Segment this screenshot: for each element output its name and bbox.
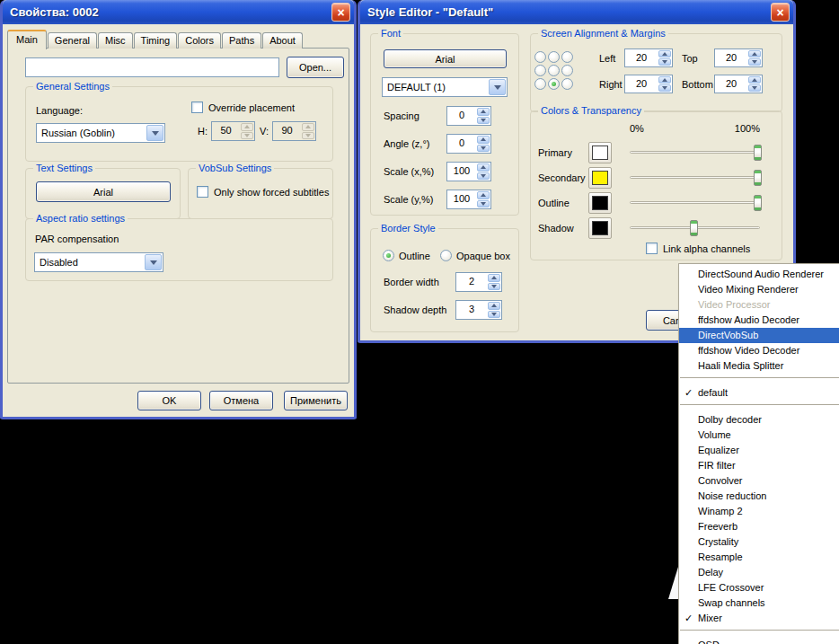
outline-radio[interactable] [383,250,394,261]
slider-thumb[interactable] [754,170,762,186]
cancel-button[interactable]: Отмена [209,391,273,410]
border-setting-spinner[interactable]: 2 [455,272,502,292]
menu-item[interactable]: ✓ Crystality [679,534,839,550]
font-setting-spinner[interactable]: 0 [446,134,491,154]
alignment-radio[interactable] [561,78,573,90]
spinner-up-button[interactable] [488,274,500,282]
margin-spinner[interactable]: 20 [714,75,763,93]
menu-item[interactable]: ✓ Noise reduction [679,489,839,504]
menu-item[interactable]: ✓ Resample [679,550,839,565]
alpha-slider[interactable] [630,165,760,190]
opaque-box-radio[interactable] [440,250,452,261]
tab[interactable]: Timing [134,32,178,49]
combobox-dropdown-button[interactable] [145,254,162,270]
alpha-slider[interactable] [630,140,760,165]
spinner-down-button[interactable] [748,58,761,66]
language-combobox[interactable]: Russian (Goblin) [36,123,165,143]
color-swatch-button[interactable] [588,217,612,239]
forced-subtitles-checkbox[interactable] [197,186,208,198]
spinner-up-button[interactable] [658,76,671,84]
margin-spinner[interactable]: 20 [624,49,673,67]
open-button[interactable]: Open... [287,57,344,78]
slider-thumb[interactable] [754,195,762,211]
font-setting-spinner[interactable]: 100 [446,190,491,209]
spinner-down-button[interactable] [477,145,490,153]
spinner-up-button[interactable] [748,76,761,84]
menu-item[interactable]: ✓ Dolby decoder [679,412,839,428]
border-setting-spinner[interactable]: 3 [455,300,502,320]
spinner-down-button[interactable] [477,200,490,208]
alignment-radio[interactable] [548,51,560,63]
menu-item[interactable]: ✓ ffdshow Video Decoder [679,343,839,358]
spinner-up-button[interactable] [658,50,671,57]
menu-item[interactable]: ✓ Freeverb [679,519,839,534]
spinner-up-button[interactable] [488,302,500,310]
ok-button[interactable]: OK [137,391,201,410]
par-compensation-combobox[interactable]: Disabled [34,252,163,272]
alpha-slider[interactable] [630,190,760,216]
alignment-radio[interactable] [534,65,546,76]
style-preset-combobox[interactable]: DEFAULT (1) [382,77,508,97]
color-swatch-button[interactable] [588,142,612,163]
alignment-radio[interactable] [548,65,560,76]
alignment-radio[interactable] [548,78,560,90]
tab[interactable]: Paths [222,32,261,49]
spinner-up-button[interactable] [748,50,761,57]
properties-titlebar[interactable]: Свойства: 0002 × [3,0,354,24]
slider-thumb[interactable] [690,220,698,236]
tab[interactable]: About [262,32,303,49]
menu-item[interactable]: ✓ Volume [679,428,839,443]
spinner-up-button[interactable] [477,191,490,199]
color-swatch-button[interactable] [588,167,612,189]
file-path-input[interactable] [25,57,279,77]
spinner-down-button[interactable] [658,58,671,66]
menu-item[interactable]: ✓ Video Mixing Renderer [679,282,839,297]
color-swatch-button[interactable] [588,192,612,214]
alignment-radio[interactable] [561,51,573,63]
spinner-up-button[interactable] [477,136,490,144]
spinner-up-button[interactable] [477,108,490,116]
menu-item[interactable]: ✓ Mixer [679,611,839,626]
spinner-down-button[interactable] [488,311,500,319]
spinner-down-button[interactable] [658,84,671,92]
menu-item[interactable]: ✓ DirectVobSub [679,328,839,343]
tab[interactable]: Main [7,30,47,49]
font-button[interactable]: Arial [36,181,171,202]
menu-item[interactable]: ✓ DirectSound Audio Renderer [679,267,839,282]
tab[interactable]: Misc [98,32,133,49]
menu-item[interactable]: ✓ Equalizer [679,443,839,458]
menu-item[interactable]: ✓ Haali Media Splitter [679,358,839,374]
menu-item[interactable]: ✓ Winamp 2 [679,504,839,519]
menu-item[interactable]: ✓ ffdshow Audio Decoder [679,313,839,328]
alignment-radio[interactable] [561,65,573,76]
margin-spinner[interactable]: 20 [714,49,763,67]
spinner-up-button[interactable] [477,163,490,172]
font-face-button[interactable]: Arial [384,49,507,68]
font-setting-spinner[interactable]: 100 [446,162,491,181]
menu-item[interactable]: ✓ LFE Crossover [679,580,839,595]
menu-item[interactable]: ✓ OSD [679,638,839,644]
menu-item[interactable]: ✓ Convolver [679,473,839,489]
spinner-down-button[interactable] [748,84,761,92]
style-editor-titlebar[interactable]: Style Editor - "Default" × [360,0,793,24]
close-button[interactable]: × [331,3,350,22]
spinner-down-button[interactable] [477,172,490,181]
tab[interactable]: Colors [178,32,221,49]
font-setting-spinner[interactable]: 0 [446,106,491,126]
tab[interactable]: General [48,32,97,49]
close-button[interactable]: × [771,3,790,22]
spinner-down-button[interactable] [488,283,500,291]
menu-item[interactable]: ✓ Swap channels [679,595,839,611]
spinner-down-button[interactable] [477,117,490,125]
combobox-dropdown-button[interactable] [489,79,506,95]
slider-thumb[interactable] [754,145,762,161]
menu-item[interactable]: ✓ FIR filter [679,458,839,473]
menu-item[interactable]: ✓ default [679,385,839,401]
alignment-radio[interactable] [534,78,546,90]
override-placement-checkbox[interactable] [191,101,203,113]
alignment-radio[interactable] [534,51,546,63]
apply-button[interactable]: Применить [284,391,348,410]
link-alpha-checkbox[interactable] [646,243,658,254]
combobox-dropdown-button[interactable] [146,125,163,141]
menu-item[interactable]: ✓ Delay [679,565,839,580]
